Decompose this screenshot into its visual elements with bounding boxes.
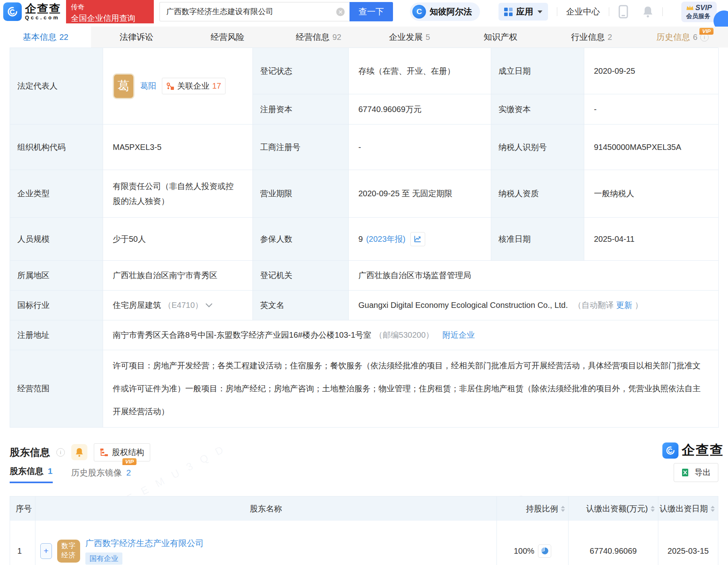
shareholder-avatar[interactable]: 数字 经济 [57, 540, 80, 563]
tab-count: 92 [332, 33, 341, 42]
col-share-ratio[interactable]: 持股比例 [497, 496, 569, 521]
clear-search-icon[interactable]: ✕ [336, 8, 345, 16]
tab-label: 经营风险 [211, 31, 244, 43]
zhibi-alpha-entry[interactable]: C 知彼阿尔法 [410, 2, 480, 21]
chevron-down-icon[interactable] [205, 303, 213, 308]
shareholder-name-cell: + 数字 经济 广西数字经济生态产业有限公司 国有企业 [35, 521, 497, 565]
mobile-app-button[interactable] [618, 4, 629, 19]
sort-icon[interactable] [561, 506, 565, 512]
en-note-suffix: ） [635, 300, 643, 311]
related-graph-icon [166, 82, 174, 90]
nearby-companies-link[interactable]: 附近企业 [443, 330, 475, 341]
company-type-value: 有限责任公司（非自然人投资或控股的法人独资） [103, 170, 253, 218]
reg-authority-label: 登记机关 [253, 261, 349, 291]
expand-button[interactable]: + [40, 543, 52, 559]
reg-status-value: 存续（在营、开业、在册） [349, 48, 491, 94]
tab-count: 6 [693, 33, 697, 42]
address-text: 南宁市青秀区天合路8号中国-东盟数字经济产业园16#楼办公楼103-1号室 [113, 330, 371, 341]
shareholder-name-link[interactable]: 广西数字经济生态产业有限公司 [85, 538, 204, 549]
subscribed-amount-cell: 67740.96069 [569, 521, 658, 565]
tab-label: 法律诉讼 [120, 31, 153, 43]
col-label: 认缴出资日期 [660, 503, 708, 514]
qcc-logo[interactable]: 企查查 Qcc.com [3, 2, 61, 21]
col-index: 序号 [10, 496, 35, 521]
notifications-button[interactable] [642, 6, 654, 18]
pie-chart-icon [541, 547, 549, 555]
established-value: 2020-09-25 [584, 48, 719, 94]
state-owned-tag: 国有企业 [85, 553, 122, 565]
apps-menu[interactable]: 应用 [498, 3, 548, 21]
search-bar: ✕ 查一下 [159, 2, 393, 21]
insured-trend-button[interactable] [410, 232, 425, 246]
vip-badge: VIP [122, 458, 136, 465]
equity-structure-label: 股权结构 [112, 447, 144, 458]
taxpayer-id-value: 91450000MA5PXEL35A [584, 125, 719, 170]
apps-label: 应用 [516, 6, 533, 17]
search-button[interactable]: 查一下 [350, 2, 393, 21]
en-name-label: 英文名 [253, 291, 349, 320]
legal-rep-value: 葛 葛阳 关联企业 17 [103, 48, 253, 125]
paid-capital-label: 实缴资本 [491, 94, 584, 125]
svip-member-entry[interactable]: SVIP 会员服务 [681, 2, 717, 22]
insured-number: 9 [358, 235, 363, 244]
tab-count: 5 [426, 33, 430, 42]
tab-label: 企业发展 [389, 31, 423, 43]
export-button[interactable]: 导出 [674, 463, 718, 482]
search-input[interactable] [159, 2, 350, 21]
tab-intellectual-property[interactable]: 知识产权 [455, 27, 546, 48]
qcc-logo-icon [662, 442, 678, 459]
col-subscribed-date[interactable]: 认缴出资日期 [658, 496, 718, 521]
sort-icon[interactable] [711, 506, 715, 512]
col-subscribed-amount[interactable]: 认缴出资额(万元) [569, 496, 658, 521]
subtab-label: 历史股东镜像 [71, 468, 122, 477]
insured-report-link[interactable]: (2023年报) [366, 234, 405, 245]
insured-label: 参保人数 [253, 218, 349, 261]
staff-size-value: 少于50人 [103, 218, 253, 261]
col-label: 持股比例 [526, 503, 558, 514]
vip-badge: VIP [699, 28, 714, 35]
en-note-update-link[interactable]: 更新 [616, 300, 632, 311]
tab-company-development[interactable]: 企业发展 5 [364, 27, 455, 48]
related-label: 关联企业 [177, 81, 209, 91]
reg-capital-value: 67740.96069万元 [349, 94, 491, 125]
business-scope-label: 经营范围 [10, 350, 103, 428]
share-ratio-value: 100% [514, 546, 534, 556]
subscribe-alert-button[interactable] [71, 444, 87, 460]
tab-history-info[interactable]: 历史信息 6 i VIP [637, 27, 728, 48]
staff-size-label: 人员规模 [10, 218, 103, 261]
tab-label: 经营信息 [296, 31, 329, 43]
related-companies-chip[interactable]: 关联企业 17 [162, 78, 225, 94]
avatar-line2: 经济 [62, 551, 76, 560]
excel-icon [681, 468, 691, 477]
established-label: 成立日期 [491, 48, 584, 94]
enterprise-center-link[interactable]: 企业中心 [566, 6, 600, 17]
tab-label: 行业信息 [571, 31, 605, 43]
tab-operating-info[interactable]: 经营信息 92 [273, 27, 364, 48]
paid-capital-value: - [584, 94, 719, 125]
pie-chart-button[interactable] [538, 544, 551, 558]
legal-rep-avatar[interactable]: 葛 [113, 73, 134, 99]
trend-chart-icon [414, 235, 422, 243]
taxpayer-qual-value: 一般纳税人 [584, 170, 719, 218]
equity-structure-button[interactable]: 股权结构 [94, 443, 150, 461]
subtab-current-shareholders[interactable]: 股东信息 1 [10, 465, 53, 483]
col-shareholder-name: 股东名称 [35, 496, 497, 521]
tab-legal-litigation[interactable]: 法律诉讼 [91, 27, 182, 48]
tab-count: 2 [608, 33, 612, 42]
sort-icon[interactable] [651, 506, 655, 512]
subtab-history-shareholders[interactable]: 历史股东镜像 2 VIP [71, 467, 131, 483]
legal-rep-name-link[interactable]: 葛阳 [140, 81, 156, 91]
industry-label: 国标行业 [10, 291, 103, 320]
tab-basic-info[interactable]: 基本信息 22 [0, 27, 91, 48]
region-label: 所属地区 [10, 261, 103, 291]
divider [557, 7, 557, 16]
biz-reg-no-value: - [349, 125, 491, 170]
bell-icon [642, 6, 654, 18]
divider [662, 7, 663, 16]
promo-badge: 传奇 全国企业信用查询 [66, 0, 154, 23]
industry-code: （E4710） [163, 300, 203, 311]
tab-operating-risk[interactable]: 经营风险 [182, 27, 273, 48]
tab-industry-info[interactable]: 行业信息 2 [546, 27, 637, 48]
shareholders-table-header: 序号 股东名称 持股比例 认缴出资额(万元) 认缴出资日期 [10, 496, 718, 521]
address-zip: （邮编530200） [374, 330, 434, 341]
